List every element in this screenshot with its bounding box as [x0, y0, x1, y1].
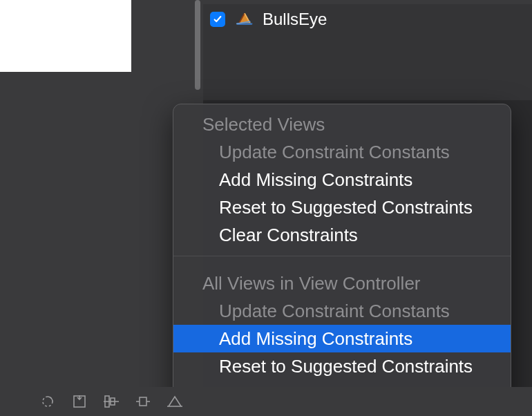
menu-section-selected-views: Selected Views [173, 104, 511, 138]
embed-icon[interactable] [64, 391, 95, 412]
scroll-thumb[interactable] [195, 0, 200, 90]
target-name: BullsEye [263, 10, 327, 29]
xcode-window-fragment: BullsEye Selected Views Update Constrain… [0, 0, 532, 416]
menu-item-clear-constraints[interactable]: Clear Constraints [173, 221, 511, 249]
target-checkbox[interactable] [210, 12, 225, 27]
pin-icon[interactable] [127, 391, 159, 412]
menu-section-all-views: All Views in View Controller [173, 263, 511, 297]
menu-item-reset-to-suggested-constraints-all[interactable]: Reset to Suggested Constraints [173, 352, 511, 380]
menu-item-add-missing-constraints[interactable]: Add Missing Constraints [173, 166, 511, 193]
menu-item-reset-to-suggested-constraints[interactable]: Reset to Suggested Constraints [173, 193, 511, 221]
update-frames-icon[interactable] [32, 391, 64, 412]
target-row[interactable]: BullsEye [210, 7, 327, 32]
menu-item-update-constraint-constants-all: Update Constraint Constants [173, 297, 511, 325]
menu-item-update-constraint-constants: Update Constraint Constants [173, 138, 511, 166]
svg-rect-7 [140, 397, 146, 406]
app-target-icon [235, 10, 254, 29]
menu-item-add-missing-constraints-all[interactable]: Add Missing Constraints [173, 325, 511, 352]
scrollbar-gutter [192, 0, 203, 100]
targets-panel: BullsEye [203, 0, 532, 100]
menu-divider [173, 256, 511, 256]
autolayout-toolbar [0, 387, 532, 416]
resolve-autolayout-menu: Selected Views Update Constraint Constan… [173, 104, 511, 416]
panel-header-strip [203, 0, 532, 4]
canvas-view[interactable] [0, 0, 131, 72]
align-icon[interactable] [95, 391, 127, 412]
resolve-issues-icon[interactable] [159, 391, 191, 412]
